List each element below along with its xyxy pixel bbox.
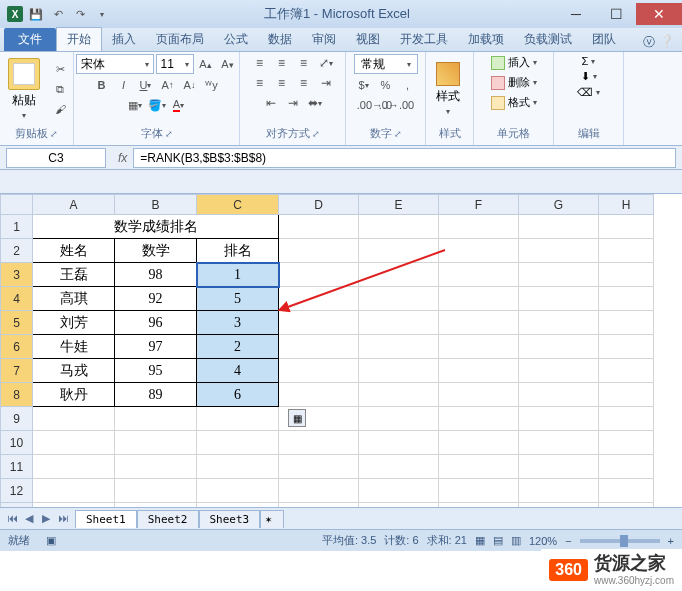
tab-team[interactable]: 团队 xyxy=(582,28,626,51)
cell[interactable] xyxy=(115,407,197,431)
decrease-decimal-icon[interactable]: .0→.00 xyxy=(387,96,407,114)
styles-button[interactable]: 样式 ▾ xyxy=(430,60,466,118)
status-record-icon[interactable]: ▣ xyxy=(46,534,56,547)
border-icon[interactable]: ▦▾ xyxy=(125,96,145,114)
font-size-up-icon[interactable]: A↑ xyxy=(158,76,178,94)
undo-icon[interactable]: ↶ xyxy=(48,5,68,23)
excel-icon[interactable]: X xyxy=(6,5,24,23)
col-header-H[interactable]: H xyxy=(599,195,654,215)
cell[interactable] xyxy=(359,431,439,455)
cell[interactable] xyxy=(33,407,115,431)
cell[interactable] xyxy=(599,431,654,455)
cell[interactable] xyxy=(519,263,599,287)
align-middle-icon[interactable]: ≡ xyxy=(272,54,292,72)
cell[interactable] xyxy=(439,359,519,383)
cell[interactable] xyxy=(279,479,359,503)
cell[interactable] xyxy=(519,335,599,359)
cell[interactable]: 牛娃 xyxy=(33,335,115,359)
cell[interactable] xyxy=(439,215,519,239)
merge-icon[interactable]: ⬌▾ xyxy=(305,94,325,112)
tab-home[interactable]: 开始 xyxy=(56,27,102,51)
zoom-slider[interactable] xyxy=(580,539,660,543)
cell[interactable] xyxy=(439,455,519,479)
cell[interactable] xyxy=(197,479,279,503)
zoom-out-icon[interactable]: − xyxy=(565,535,571,547)
cell[interactable] xyxy=(439,383,519,407)
autofill-options-icon[interactable]: ▦ xyxy=(288,409,306,427)
fill-button[interactable]: ⬇ ▾ xyxy=(577,69,601,84)
cell[interactable] xyxy=(599,479,654,503)
sheet-tab-3[interactable]: Sheet3 xyxy=(199,510,261,528)
zoom-in-icon[interactable]: + xyxy=(668,535,674,547)
col-header-D[interactable]: D xyxy=(279,195,359,215)
close-button[interactable]: ✕ xyxy=(636,3,682,25)
cell[interactable] xyxy=(599,407,654,431)
copy-icon[interactable]: ⧉ xyxy=(50,80,70,98)
number-format-select[interactable]: 常规▾ xyxy=(354,54,418,74)
redo-icon[interactable]: ↷ xyxy=(70,5,90,23)
underline-icon[interactable]: U▾ xyxy=(136,76,156,94)
insert-cells-button[interactable]: 插入▾ xyxy=(487,54,541,71)
col-header-C[interactable]: C xyxy=(197,195,279,215)
cell[interactable] xyxy=(279,287,359,311)
cell[interactable] xyxy=(599,455,654,479)
sheet-nav-first-icon[interactable]: ⏮ xyxy=(4,512,20,525)
cell[interactable]: 耿丹 xyxy=(33,383,115,407)
align-launcher-icon[interactable]: ⤢ xyxy=(312,129,320,139)
cell[interactable] xyxy=(599,359,654,383)
font-name-select[interactable]: 宋体▾ xyxy=(76,54,154,74)
spreadsheet-grid[interactable]: A B C D E F G H 1数学成绩排名 2姓名数学排名 3王磊981 4… xyxy=(0,194,682,527)
cell[interactable]: 96 xyxy=(115,311,197,335)
cell[interactable] xyxy=(599,383,654,407)
clear-button[interactable]: ⌫ ▾ xyxy=(573,85,604,100)
paste-button[interactable]: 粘贴 ▾ xyxy=(4,56,44,122)
row-header-9[interactable]: 9 xyxy=(1,407,33,431)
cell[interactable] xyxy=(519,287,599,311)
ribbon-minimize-icon[interactable]: ⓥ xyxy=(643,34,655,51)
maximize-button[interactable]: ☐ xyxy=(596,3,636,25)
cell[interactable] xyxy=(279,359,359,383)
increase-indent-icon[interactable]: ⇥ xyxy=(283,94,303,112)
row-header-4[interactable]: 4 xyxy=(1,287,33,311)
cell[interactable] xyxy=(279,455,359,479)
cell-header[interactable]: 数学 xyxy=(115,239,197,263)
orientation-icon[interactable]: ⤢▾ xyxy=(316,54,336,72)
cell[interactable]: 6 xyxy=(197,383,279,407)
cell[interactable] xyxy=(33,455,115,479)
view-layout-icon[interactable]: ▤ xyxy=(493,534,503,547)
format-painter-icon[interactable]: 🖌 xyxy=(50,100,70,118)
col-header-F[interactable]: F xyxy=(439,195,519,215)
font-launcher-icon[interactable]: ⤢ xyxy=(165,129,173,139)
comma-icon[interactable]: , xyxy=(398,76,418,94)
cell[interactable] xyxy=(279,311,359,335)
phonetic-icon[interactable]: ᵂy xyxy=(202,76,222,94)
cell[interactable]: 5 xyxy=(197,287,279,311)
cell[interactable] xyxy=(599,239,654,263)
cell[interactable] xyxy=(519,215,599,239)
tab-loadtest[interactable]: 负载测试 xyxy=(514,28,582,51)
sheet-nav-prev-icon[interactable]: ◀ xyxy=(21,512,37,525)
tab-data[interactable]: 数据 xyxy=(258,28,302,51)
tab-addins[interactable]: 加载项 xyxy=(458,28,514,51)
cell[interactable]: 3 xyxy=(197,311,279,335)
number-launcher-icon[interactable]: ⤢ xyxy=(394,129,402,139)
sheet-tab-2[interactable]: Sheet2 xyxy=(137,510,199,528)
cell[interactable]: 95 xyxy=(115,359,197,383)
percent-icon[interactable]: % xyxy=(376,76,396,94)
cell[interactable] xyxy=(359,263,439,287)
currency-icon[interactable]: $▾ xyxy=(354,76,374,94)
italic-icon[interactable]: I xyxy=(114,76,134,94)
qat-more-icon[interactable]: ▾ xyxy=(92,5,112,23)
row-header-7[interactable]: 7 xyxy=(1,359,33,383)
select-all-corner[interactable] xyxy=(1,195,33,215)
cell[interactable] xyxy=(519,383,599,407)
cell[interactable] xyxy=(519,479,599,503)
cell[interactable] xyxy=(279,431,359,455)
cell[interactable] xyxy=(519,239,599,263)
formula-bar[interactable]: =RANK(B3,$B$3:$B$8) xyxy=(133,148,676,168)
cell[interactable] xyxy=(359,239,439,263)
cell[interactable]: 97 xyxy=(115,335,197,359)
tab-layout[interactable]: 页面布局 xyxy=(146,28,214,51)
cell[interactable]: 4 xyxy=(197,359,279,383)
cell[interactable]: 92 xyxy=(115,287,197,311)
